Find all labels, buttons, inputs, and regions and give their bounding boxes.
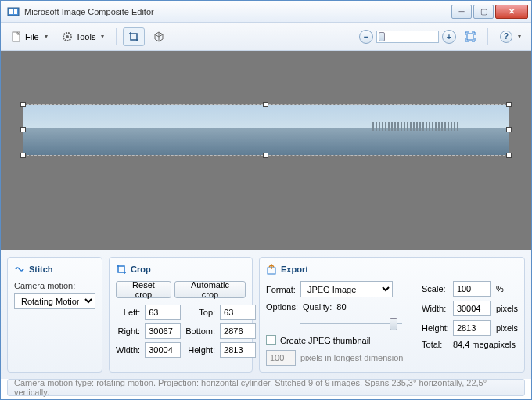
crop-handle-tr[interactable] xyxy=(506,102,512,107)
reset-crop-button[interactable]: Reset crop xyxy=(116,281,171,298)
stitch-icon xyxy=(14,264,25,275)
fit-to-window-button[interactable] xyxy=(459,27,481,46)
export-panel: Export Format: JPEG Image Options: Quali… xyxy=(259,257,525,373)
crop-right-input[interactable] xyxy=(145,323,181,339)
options-label: Options: xyxy=(266,302,298,312)
crop-title: Crop xyxy=(131,265,151,274)
px-label: pixels xyxy=(496,304,518,313)
separator xyxy=(116,28,117,45)
tools-menu[interactable]: Tools xyxy=(56,27,110,46)
maximize-button[interactable]: ▢ xyxy=(473,5,494,19)
window-controls: ─ ▢ ✕ xyxy=(451,5,528,19)
separator xyxy=(487,28,488,45)
crop-handle-br[interactable] xyxy=(506,153,512,158)
fit-icon xyxy=(465,31,476,42)
export-width-input[interactable] xyxy=(453,301,491,316)
stitch-panel: Stitch Camera motion: Rotating Motion xyxy=(7,257,102,373)
control-panels: Stitch Camera motion: Rotating Motion Cr… xyxy=(1,250,531,379)
app-window: Microsoft Image Composite Editor ─ ▢ ✕ F… xyxy=(0,0,532,400)
toolbar: File Tools − + ? xyxy=(1,23,531,51)
total-label: Total: xyxy=(422,340,449,349)
export-height-label: Height: xyxy=(422,323,449,333)
app-icon xyxy=(7,5,20,18)
crop-height-input[interactable] xyxy=(220,342,256,358)
crop-height-label: Height: xyxy=(185,345,217,355)
export-width-label: Width: xyxy=(422,304,449,313)
status-text: Camera motion type: rotating motion. Pro… xyxy=(14,378,518,397)
document-icon xyxy=(11,31,22,42)
minimize-button[interactable]: ─ xyxy=(451,5,472,19)
quality-value: 80 xyxy=(336,302,346,312)
crop-top-label: Top: xyxy=(185,308,217,317)
crop-handle-bl[interactable] xyxy=(20,153,26,158)
zoom-in-button[interactable]: + xyxy=(442,30,456,44)
statusbar: Camera motion type: rotating motion. Pro… xyxy=(7,379,525,396)
crop-top-input[interactable] xyxy=(220,305,256,320)
help-icon: ? xyxy=(500,31,512,43)
auto-crop-button[interactable]: Automatic crop xyxy=(174,281,246,298)
stitch-title: Stitch xyxy=(29,265,53,274)
crop-handle-tl[interactable] xyxy=(20,102,26,107)
svg-point-8 xyxy=(22,269,23,271)
scale-label: Scale: xyxy=(422,284,449,294)
tools-menu-label: Tools xyxy=(76,32,96,41)
crop-selection[interactable] xyxy=(23,104,509,156)
export-height-input[interactable] xyxy=(453,320,491,336)
crop-icon xyxy=(128,31,139,42)
crop-panel-icon xyxy=(116,264,127,275)
crop-right-label: Right: xyxy=(116,326,142,336)
file-menu-label: File xyxy=(25,32,39,41)
scale-input[interactable] xyxy=(453,281,491,297)
help-menu[interactable]: ? xyxy=(494,27,527,46)
file-menu[interactable]: File xyxy=(5,27,53,46)
camera-motion-select[interactable]: Rotating Motion xyxy=(14,293,95,309)
thumbnail-suffix: pixels in longest dimension xyxy=(300,353,403,362)
cube-icon xyxy=(153,31,164,42)
format-select[interactable]: JPEG Image xyxy=(300,281,393,297)
export-icon xyxy=(266,264,277,275)
window-title: Microsoft Image Composite Editor xyxy=(24,7,451,16)
create-thumbnail-label: Create JPEG thumbnail xyxy=(280,336,371,345)
px-label-2: pixels xyxy=(496,323,518,333)
canvas[interactable] xyxy=(1,51,531,250)
titlebar[interactable]: Microsoft Image Composite Editor ─ ▢ ✕ xyxy=(1,1,531,23)
format-label: Format: xyxy=(266,285,296,294)
quality-label: Quality: xyxy=(303,302,332,312)
crop-width-input[interactable] xyxy=(145,342,181,358)
crop-left-label: Left: xyxy=(116,308,142,317)
crop-panel: Crop Reset crop Automatic crop Left: Top… xyxy=(109,257,253,373)
total-value: 84,4 megapixels xyxy=(453,340,518,349)
svg-rect-2 xyxy=(14,9,17,14)
panorama-preview xyxy=(23,105,509,155)
scale-unit: % xyxy=(496,284,518,294)
orientation-tool-button[interactable] xyxy=(148,27,170,46)
crop-handle-b[interactable] xyxy=(263,153,268,158)
export-title: Export xyxy=(281,265,308,274)
crop-tool-button[interactable] xyxy=(123,27,145,46)
crop-handle-r[interactable] xyxy=(506,127,512,132)
gear-icon xyxy=(62,31,73,42)
crop-bottom-label: Bottom: xyxy=(185,326,217,336)
crop-left-input[interactable] xyxy=(145,305,181,320)
create-thumbnail-checkbox[interactable] xyxy=(266,335,276,345)
svg-point-7 xyxy=(16,268,17,269)
zoom-out-button[interactable]: − xyxy=(359,30,373,44)
crop-width-label: Width: xyxy=(116,345,142,355)
thumbnail-size-input xyxy=(266,350,296,366)
camera-motion-label: Camera motion: xyxy=(14,281,95,290)
crop-bottom-input[interactable] xyxy=(220,323,256,339)
svg-rect-1 xyxy=(9,9,13,14)
zoom-slider[interactable] xyxy=(376,31,439,43)
svg-rect-6 xyxy=(467,34,473,40)
close-button[interactable]: ✕ xyxy=(495,5,528,19)
crop-handle-t[interactable] xyxy=(263,102,268,107)
svg-point-5 xyxy=(66,35,69,38)
crop-handle-l[interactable] xyxy=(20,127,26,132)
quality-slider[interactable] xyxy=(300,316,402,330)
